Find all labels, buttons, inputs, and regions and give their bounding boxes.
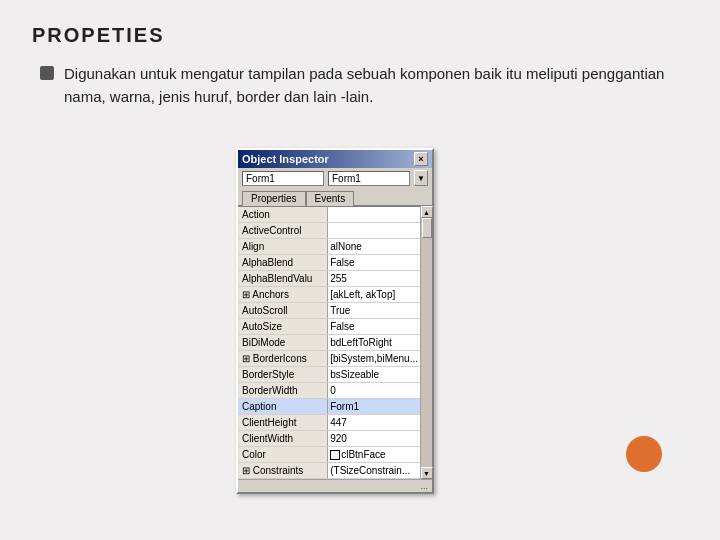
page: Propeties Digunakan untuk mengatur tampi… <box>0 0 720 540</box>
prop-name: BiDiMode <box>238 335 328 351</box>
scroll-track <box>421 218 432 467</box>
prop-value[interactable]: bsSizeable <box>328 367 420 383</box>
close-button[interactable]: × <box>414 152 428 166</box>
prop-value[interactable]: 447 <box>328 415 420 431</box>
form-label[interactable]: Form1 <box>242 171 324 186</box>
table-row: ClientWidth 920 <box>238 431 420 447</box>
inspector-titlebar: Object Inspector × <box>238 150 432 168</box>
table-row: ⊞ Constraints (TSizeConstrain... <box>238 463 420 479</box>
table-row: AutoSize False <box>238 319 420 335</box>
dropdown-button[interactable]: ▼ <box>414 170 428 186</box>
properties-table: Action ActiveControl Align alNone AlphaB… <box>238 206 420 479</box>
table-row: BorderWidth 0 <box>238 383 420 399</box>
tab-events[interactable]: Events <box>306 191 355 206</box>
prop-name: BorderStyle <box>238 367 328 383</box>
inspector-title: Object Inspector <box>242 153 329 165</box>
bullet-section: Digunakan untuk mengatur tampilan pada s… <box>32 63 688 108</box>
prop-value[interactable]: bdLeftToRight <box>328 335 420 351</box>
prop-name: AlphaBlendValu <box>238 271 328 287</box>
scrollbar-area: Action ActiveControl Align alNone AlphaB… <box>238 205 432 479</box>
prop-value[interactable]: alNone <box>328 239 420 255</box>
table-row: ActiveControl <box>238 223 420 239</box>
table-row: Color clBtnFace <box>238 447 420 463</box>
prop-name: Align <box>238 239 328 255</box>
bullet-text: Digunakan untuk mengatur tampilan pada s… <box>64 63 688 108</box>
prop-value[interactable]: False <box>328 319 420 335</box>
table-row: AutoScroll True <box>238 303 420 319</box>
bullet-icon <box>40 66 54 80</box>
table-row: ClientHeight 447 <box>238 415 420 431</box>
prop-value[interactable]: (TSizeConstrain... <box>328 463 420 479</box>
inspector-statusbar: ... <box>238 479 432 492</box>
color-swatch <box>330 450 340 460</box>
prop-name: AutoScroll <box>238 303 328 319</box>
scrollbar-vertical[interactable]: ▲ ▼ <box>420 206 432 479</box>
prop-value[interactable]: 920 <box>328 431 420 447</box>
page-title: Propeties <box>32 24 688 47</box>
prop-name: AlphaBlend <box>238 255 328 271</box>
table-row: ⊞ Anchors [akLeft, akTop] <box>238 287 420 303</box>
prop-name: AutoSize <box>238 319 328 335</box>
inspector-window: Object Inspector × Form1 Form1 ▼ Propert… <box>236 148 434 494</box>
table-row: ⊞ BorderIcons [biSystem,biMenu... <box>238 351 420 367</box>
props-scroll-container: Action ActiveControl Align alNone AlphaB… <box>238 206 420 479</box>
tabs-row: Properties Events <box>238 188 432 205</box>
prop-value[interactable]: [biSystem,biMenu... <box>328 351 420 367</box>
prop-value[interactable]: clBtnFace <box>328 447 420 463</box>
table-row: AlphaBlend False <box>238 255 420 271</box>
orange-circle-decoration <box>626 436 662 472</box>
table-row: BiDiMode bdLeftToRight <box>238 335 420 351</box>
prop-name: Caption <box>238 399 328 415</box>
statusbar-text: ... <box>420 481 428 491</box>
prop-name: ⊞ BorderIcons <box>238 351 328 367</box>
tab-properties[interactable]: Properties <box>242 191 306 206</box>
prop-value[interactable]: [akLeft, akTop] <box>328 287 420 303</box>
table-row: AlphaBlendValu 255 <box>238 271 420 287</box>
prop-name: ⊞ Constraints <box>238 463 328 479</box>
scroll-up-button[interactable]: ▲ <box>421 206 433 218</box>
form-value[interactable]: Form1 <box>328 171 410 186</box>
prop-name: ClientWidth <box>238 431 328 447</box>
table-row: BorderStyle bsSizeable <box>238 367 420 383</box>
table-row: Align alNone <box>238 239 420 255</box>
table-row: Caption Form1 <box>238 399 420 415</box>
prop-name: ActiveControl <box>238 223 328 239</box>
prop-name: ⊞ Anchors <box>238 287 328 303</box>
prop-value[interactable] <box>328 207 420 223</box>
prop-value[interactable]: 255 <box>328 271 420 287</box>
prop-name: BorderWidth <box>238 383 328 399</box>
prop-value[interactable]: False <box>328 255 420 271</box>
table-row: Action <box>238 207 420 223</box>
prop-value[interactable] <box>328 223 420 239</box>
prop-name: ClientHeight <box>238 415 328 431</box>
prop-value[interactable]: 0 <box>328 383 420 399</box>
form-row: Form1 Form1 ▼ <box>238 168 432 188</box>
prop-name: Action <box>238 207 328 223</box>
scroll-thumb[interactable] <box>422 218 432 238</box>
prop-value[interactable]: True <box>328 303 420 319</box>
scroll-down-button[interactable]: ▼ <box>421 467 433 479</box>
prop-value[interactable]: Form1 <box>328 399 420 415</box>
prop-name: Color <box>238 447 328 463</box>
